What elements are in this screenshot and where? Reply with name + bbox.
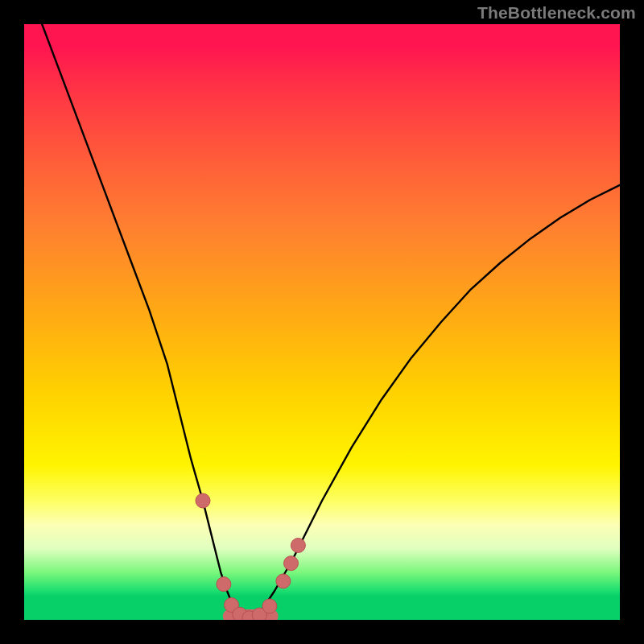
- curve-marker-9: [291, 539, 305, 553]
- curve-marker-7: [276, 574, 291, 588]
- attribution-label: TheBottleneck.com: [477, 3, 636, 23]
- curve-marker-0: [196, 493, 210, 508]
- curve-marker-8: [284, 556, 299, 571]
- curve-marker-6: [262, 599, 277, 613]
- chart-stage: TheBottleneck.com: [0, 0, 644, 644]
- curve-marker-1: [217, 577, 231, 592]
- curve-markers: [196, 493, 305, 620]
- plot-area: [24, 24, 620, 620]
- chart-svg: [24, 24, 620, 620]
- bottleneck-curve: [24, 24, 620, 620]
